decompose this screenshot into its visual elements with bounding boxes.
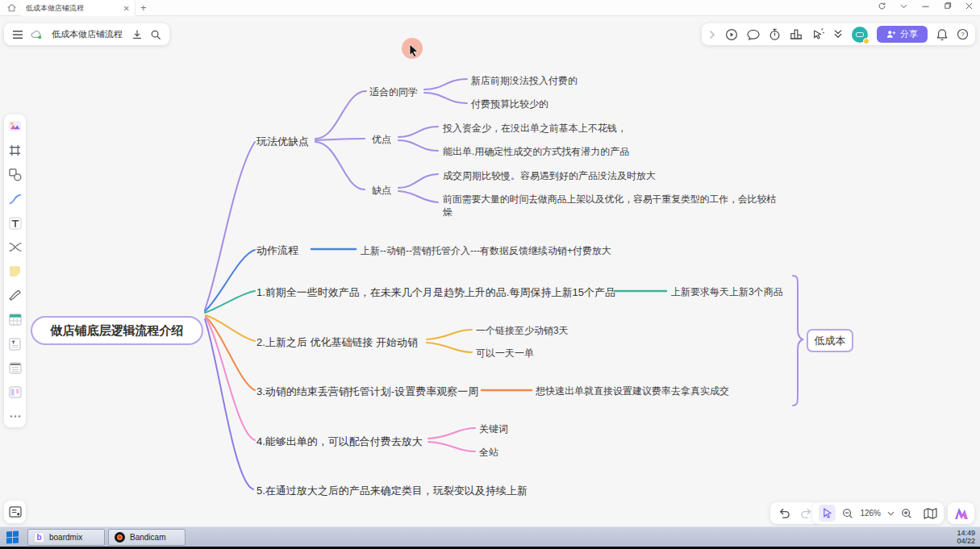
text-icon[interactable]: [8, 216, 22, 230]
node-pros-child[interactable]: 能出单.用确定性成交的方式找有潜力的产品: [443, 145, 629, 159]
node-step4-child[interactable]: 关键词: [479, 422, 508, 436]
top-left-toolbar: 低成本做店铺流程: [4, 23, 169, 45]
more-tools-icon[interactable]: [8, 410, 22, 423]
collapse-chevron-icon[interactable]: [708, 30, 716, 40]
maximize-icon[interactable]: [943, 2, 952, 10]
svg-text:?: ?: [961, 31, 965, 38]
timer-icon[interactable]: [769, 28, 781, 41]
node-step3[interactable]: 3.动销的结束丢营销托管计划-设置费率观察一周: [256, 385, 478, 399]
left-toolbox: [4, 114, 26, 427]
connector-icon[interactable]: [8, 192, 22, 206]
clock-time: 14:49: [957, 529, 975, 537]
windows-taskbar: b boardmix Bandicam 14:49 04/22: [0, 526, 980, 547]
zoom-level[interactable]: 126%: [860, 509, 881, 518]
node-pros[interactable]: 优点: [372, 133, 391, 147]
laser-pointer-icon[interactable]: [811, 28, 824, 40]
node-suitable[interactable]: 适合的同学: [369, 85, 418, 99]
node-step5[interactable]: 5.在通过放大之后的产品来确定类目，玩裂变以及持续上新: [256, 484, 528, 498]
minimize-icon[interactable]: [921, 2, 930, 10]
node-step2-child[interactable]: 一个链接至少动销3天: [476, 324, 569, 338]
taskbar-app-bandicam[interactable]: Bandicam: [108, 529, 186, 546]
comment-icon[interactable]: [747, 29, 760, 40]
frame-icon[interactable]: [8, 143, 22, 157]
node-step1[interactable]: 1.前期全一些时效产品，在未来几个月是趋势上升的品.每周保持上新15个产品: [256, 285, 615, 300]
node-step3-child[interactable]: 想快速出单就直接设置建议费率去拿真实成交: [536, 385, 729, 398]
boardmix-app-icon: b: [34, 532, 44, 543]
list-icon[interactable]: [8, 361, 22, 375]
node-action-child[interactable]: 上新--动销--营销托管介入---有数据反馈继续动销+付费放大: [361, 244, 611, 258]
frames-icon: [9, 506, 22, 518]
new-tab-icon[interactable]: +: [140, 2, 147, 14]
node-step2-child[interactable]: 可以一天一单: [476, 347, 534, 360]
browser-titlebar: 低成本做店铺流程 ✕ +: [0, 0, 980, 16]
avatar-badge: [863, 38, 869, 44]
node-pros-child[interactable]: 投入资金少，在没出单之前基本上不花钱，: [443, 122, 627, 135]
presentation-play-icon[interactable]: [725, 28, 738, 41]
minimap-icon[interactable]: [924, 508, 937, 519]
node-cons-child[interactable]: 前面需要大量的时间去做商品上架以及优化，容易干重复类型的工作，会比较枯燥: [443, 193, 777, 218]
home-icon[interactable]: [6, 2, 17, 13]
document-title[interactable]: 低成本做店铺流程: [52, 28, 123, 40]
clock-date: 04/22: [957, 537, 975, 545]
node-cons-child[interactable]: 成交周期比较慢。容易遇到好的产品没法及时放大: [443, 169, 656, 183]
templates-icon[interactable]: [8, 119, 22, 133]
mindmap-root-node[interactable]: 做店铺底层逻辑流程介绍: [31, 316, 203, 345]
summary-brace: [793, 276, 803, 406]
table-icon[interactable]: [8, 313, 22, 326]
taskbar-clock[interactable]: 14:49 04/22: [957, 529, 975, 545]
whiteboard-canvas[interactable]: 做店铺底层逻辑流程介绍 玩法优缺点 适合的同学 新店前期没法投入付费的 付费预算…: [0, 16, 980, 526]
pen-icon[interactable]: [8, 289, 22, 302]
frames-panel-button[interactable]: [4, 501, 26, 523]
mindmap-icon[interactable]: [8, 240, 22, 254]
sticky-note-icon[interactable]: [8, 264, 22, 278]
mouse-cursor-icon: [409, 44, 420, 57]
zoom-out-icon[interactable]: [842, 508, 853, 519]
line-playstyle: [205, 142, 255, 310]
undo-icon[interactable]: [778, 508, 790, 518]
close-window-icon[interactable]: [965, 2, 974, 10]
help-icon[interactable]: ?: [957, 28, 969, 40]
search-icon[interactable]: [150, 29, 161, 40]
kanban-icon[interactable]: [8, 385, 22, 399]
browser-tab[interactable]: 低成本做店铺流程 ✕: [21, 0, 136, 16]
step4-forks: [428, 428, 475, 451]
node-step4[interactable]: 4.能够出单的，可以配合付费去放大: [256, 435, 423, 449]
redo-icon[interactable]: [800, 508, 812, 518]
select-tool-button[interactable]: [819, 505, 836, 522]
node-suitable-child[interactable]: 新店前期没法投入付费的: [471, 74, 578, 88]
node-step4-child[interactable]: 全站: [479, 446, 498, 460]
document-icon[interactable]: [8, 337, 22, 351]
chevron-down-icon[interactable]: [899, 2, 908, 10]
node-suitable-child[interactable]: 付费预算比较少的: [471, 98, 548, 111]
avatar-glyph: [856, 32, 864, 37]
top-right-toolbar: 分享 ?: [702, 23, 975, 45]
zoom-toolbar: 126%: [812, 502, 944, 524]
more-chevrons-icon[interactable]: [833, 29, 843, 40]
node-cons[interactable]: 缺点: [372, 184, 391, 198]
share-label: 分享: [900, 28, 918, 40]
start-button[interactable]: [0, 527, 24, 547]
download-icon[interactable]: [131, 29, 143, 40]
menu-icon[interactable]: [12, 30, 23, 40]
user-avatar[interactable]: [852, 27, 868, 43]
tab-close-icon[interactable]: ✕: [123, 4, 130, 13]
taskbar-app-boardmix[interactable]: b boardmix: [27, 529, 105, 546]
node-playstyle[interactable]: 玩法优缺点: [256, 135, 309, 149]
shapes-icon[interactable]: [8, 168, 22, 181]
notification-bell-icon[interactable]: [936, 28, 948, 40]
step2-forks: [427, 330, 472, 352]
bandicam-app-icon: [115, 532, 125, 543]
zoom-dropdown-icon[interactable]: [887, 510, 895, 517]
line-step4: [206, 318, 255, 440]
zoom-in-icon[interactable]: [901, 508, 912, 519]
boardmix-logo-button[interactable]: [948, 502, 974, 524]
node-action[interactable]: 动作流程: [256, 243, 298, 258]
tab-title: 低成本做店铺流程: [26, 3, 120, 14]
share-button[interactable]: 分享: [877, 26, 928, 43]
summary-node[interactable]: 低成本: [807, 329, 853, 352]
refresh-icon[interactable]: [878, 2, 886, 10]
node-step2[interactable]: 2.上新之后 优化基础链接 开始动销: [256, 335, 418, 350]
podium-chart-icon[interactable]: [790, 28, 803, 40]
node-step1-child[interactable]: 上新要求每天上新3个商品: [671, 285, 783, 299]
share-person-icon: [886, 30, 896, 39]
